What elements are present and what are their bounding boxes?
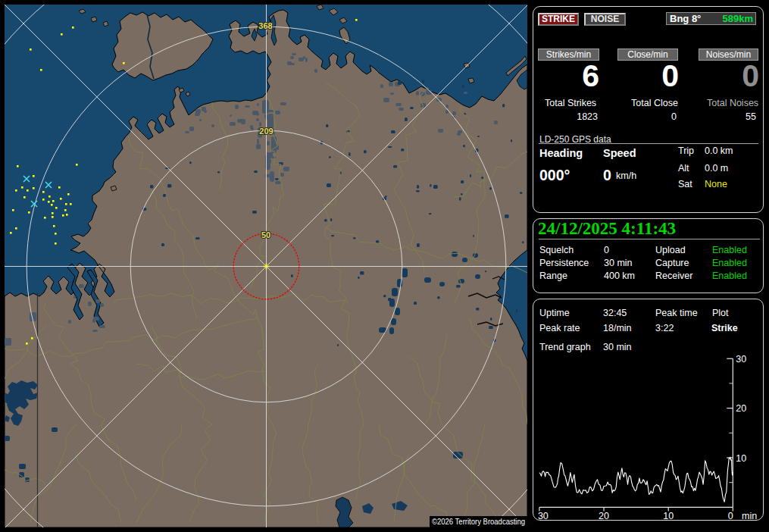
svg-text:50: 50 bbox=[261, 230, 270, 239]
svg-text:©2026 Territory Broadcasting: ©2026 Territory Broadcasting bbox=[432, 517, 525, 526]
svg-text:20: 20 bbox=[599, 511, 609, 521]
svg-text:30: 30 bbox=[538, 511, 549, 521]
svg-text:min: min bbox=[742, 511, 757, 521]
svg-text:0: 0 bbox=[728, 511, 733, 521]
svg-text:368: 368 bbox=[258, 21, 272, 30]
svg-text:10: 10 bbox=[663, 511, 674, 521]
svg-text:10: 10 bbox=[736, 453, 746, 464]
svg-text:20: 20 bbox=[736, 403, 746, 414]
svg-text:209: 209 bbox=[259, 127, 273, 136]
svg-text:30: 30 bbox=[736, 354, 746, 365]
